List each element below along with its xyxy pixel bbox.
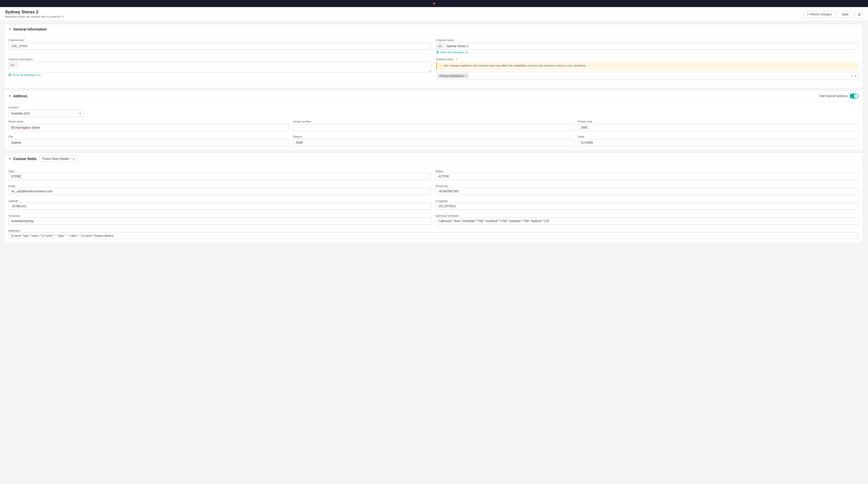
country-select[interactable]: Australia (AU): [8, 110, 84, 117]
channel-desc-show-languages[interactable]: Show all languages (1): [8, 73, 431, 77]
email-label: Email: [8, 184, 16, 187]
channel-roles-clear-icon[interactable]: ×: [851, 74, 854, 78]
general-information-title: ▼ General Information: [8, 27, 47, 31]
timezone-group: Timezone: [8, 214, 432, 224]
address-row-1: Street name House number Postal code: [8, 120, 859, 131]
address-chevron-icon: ▼: [8, 94, 11, 98]
country-label: Country*: [8, 106, 84, 109]
warning-icon: ⚠: [439, 64, 442, 68]
region-group: Region: [293, 135, 574, 146]
custom-fields-chevron-icon: ▼: [8, 157, 11, 160]
phone-label: Phone No.: [436, 184, 449, 187]
channel-roles-info-icon: ℹ: [456, 58, 457, 61]
phone-input[interactable]: [436, 188, 859, 195]
house-number-label: House number: [293, 120, 574, 123]
opening-schedule-label: Opening Schedule: [436, 214, 459, 217]
latitude-label: Latitude: [8, 200, 18, 203]
channel-desc-lang-tag: EN: [8, 62, 17, 68]
channel-roles-search-input[interactable]: [469, 74, 851, 78]
channel-description-label: Channel description: [8, 58, 431, 61]
status-input[interactable]: [436, 173, 859, 180]
custom-fields-grid: Type. Status Email Phone No.: [8, 169, 859, 224]
attributes-group: Attributes: [8, 229, 859, 239]
postal-code-label: Postal code: [578, 120, 859, 123]
street-name-label: Street name: [8, 120, 289, 123]
channel-roles-input-wrapper[interactable]: Product Distribution × × ▼: [436, 72, 859, 80]
type-group: Type.: [8, 169, 432, 180]
globe-icon-desc: [8, 73, 11, 77]
trash-icon: 🗑: [858, 12, 861, 17]
channel-name-lang-tag: EN: [436, 43, 444, 50]
custom-fields-clear-icon[interactable]: ×: [69, 157, 71, 160]
city-input[interactable]: [8, 139, 289, 146]
address-section: ▼ Address Add channel address Country*: [4, 90, 863, 151]
type-input[interactable]: [8, 173, 432, 180]
timezone-label: Timezone: [8, 214, 21, 217]
channel-roles-label: Channel roles* ℹ: [436, 58, 859, 61]
postal-code-group: Postal code: [578, 120, 859, 131]
region-label: Region: [293, 135, 574, 138]
channel-name-lang-input: EN: [436, 42, 859, 50]
page-title: Sydney Stores 2: [5, 9, 64, 14]
channel-key-label: Channel key*: [8, 38, 431, 41]
timezone-input[interactable]: [8, 217, 432, 224]
type-label: Type.: [8, 170, 15, 173]
state-label: State: [578, 135, 859, 138]
address-toggle-switch[interactable]: [849, 93, 859, 98]
page-header: Sydney Stores 2 Mandatory fields are mar…: [0, 7, 868, 21]
state-group: State: [578, 135, 859, 146]
custom-fields-select-wrapper: Fluent Store Details × ▼: [39, 156, 76, 162]
email-group: Email: [8, 184, 432, 195]
postal-code-input[interactable]: [578, 124, 859, 131]
house-number-group: House number: [293, 120, 574, 131]
longitude-input[interactable]: [436, 203, 859, 210]
globe-icon: [436, 51, 439, 54]
attributes-label: Attributes: [8, 229, 20, 232]
channel-roles-group: Channel roles* ℹ ⚠ Any changes applied t…: [436, 58, 859, 80]
city-label: City: [8, 135, 289, 138]
channel-key-input[interactable]: [8, 42, 431, 50]
top-bar-dot: [433, 2, 435, 4]
latitude-input[interactable]: [8, 203, 432, 210]
phone-group: Phone No.: [436, 184, 859, 195]
custom-fields-section-header[interactable]: ▼ Custom fields Fluent Store Details × ▼: [4, 153, 863, 165]
revert-icon: ↩: [807, 12, 810, 16]
city-group: City: [8, 135, 289, 146]
state-input[interactable]: [578, 139, 859, 146]
country-select-wrapper: Australia (AU) ▼: [8, 110, 84, 117]
channel-roles-dropdown-icon[interactable]: ▼: [855, 74, 857, 78]
page-subtitle: Mandatory fields are marked with an aste…: [5, 15, 64, 18]
region-input[interactable]: [293, 139, 574, 146]
channel-key-group: Channel key*: [8, 38, 431, 54]
custom-fields-title: ▼ Custom fields: [8, 157, 36, 161]
status-group: Status: [436, 169, 859, 180]
revert-button[interactable]: ↩ Revert changes: [804, 11, 835, 18]
channel-name-input[interactable]: [444, 43, 859, 50]
street-name-group: Street name: [8, 120, 289, 131]
attributes-input[interactable]: [8, 233, 859, 239]
latitude-group: Latitude: [8, 199, 432, 210]
opening-schedule-input[interactable]: [436, 217, 859, 224]
channel-name-label: Channel name: [436, 38, 859, 41]
add-channel-address-toggle: Add channel address: [819, 93, 859, 98]
longitude-label: Longitude: [436, 200, 448, 203]
street-name-input[interactable]: [8, 124, 289, 131]
channel-name-show-languages[interactable]: Show all languages (1): [436, 51, 859, 54]
address-section-header[interactable]: ▼ Address Add channel address: [4, 91, 863, 102]
address-section-title: ▼ Address: [8, 94, 28, 98]
channel-desc-textarea[interactable]: [17, 62, 431, 72]
delete-button[interactable]: 🗑: [856, 10, 863, 18]
opening-schedule-group: Opening Schedule: [436, 214, 859, 224]
longitude-group: Longitude: [436, 199, 859, 210]
product-distribution-tag: Product Distribution ×: [438, 73, 468, 78]
general-information-section: ▼ General Information Channel key* Ch: [4, 24, 863, 88]
channel-desc-lang-input: EN: [8, 62, 431, 72]
house-number-input[interactable]: [293, 124, 574, 131]
general-information-header[interactable]: ▼ General Information: [4, 24, 863, 34]
channel-roles-warning: ⚠ Any changes applied to the channel rol…: [436, 62, 859, 70]
tag-remove-product-distribution[interactable]: ×: [465, 74, 467, 78]
status-label: Status: [436, 170, 443, 173]
save-button[interactable]: Save: [837, 11, 854, 18]
channel-name-group: Channel name EN Show all languages (1: [436, 38, 859, 54]
email-input[interactable]: [8, 188, 432, 195]
